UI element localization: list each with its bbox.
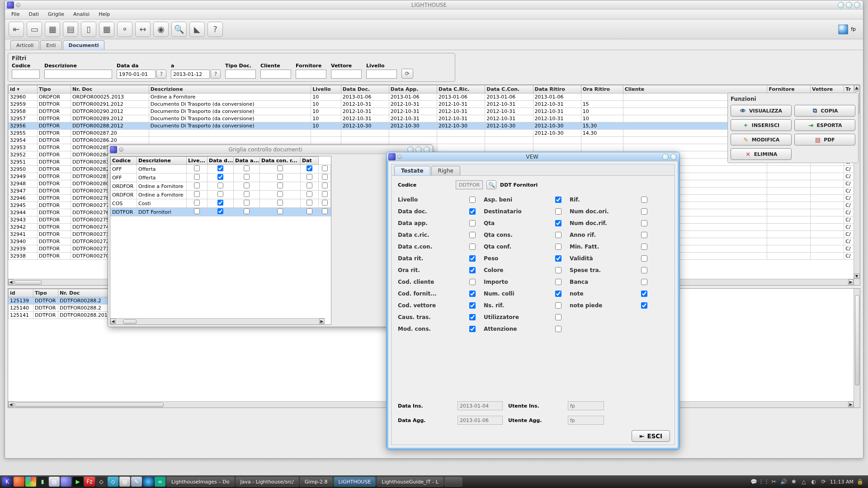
chrome-icon[interactable] [25,477,36,487]
grid-col-4[interactable]: Livello [311,85,341,94]
sub-scroll-right-icon[interactable]: ▶ [319,319,325,324]
table-row[interactable]: OFFOfferta [111,165,331,174]
minimize-button[interactable] [838,2,844,8]
checkbox[interactable] [194,191,200,197]
checkbox[interactable] [194,174,200,180]
checkbox[interactable] [322,191,328,197]
toolbar-table-icon[interactable]: ▦ [99,22,114,37]
detail-col-id[interactable]: id [9,289,33,297]
filter-codice-input[interactable] [12,70,40,79]
field-checkbox[interactable] [555,279,561,285]
kmenu-icon[interactable]: K [2,477,13,487]
checkbox[interactable] [322,183,328,188]
subdialog-grid[interactable]: CodiceDescrizioneLive...Data d...Data a.… [110,156,331,325]
field-checkbox[interactable] [641,197,647,203]
filter-fornitore-input[interactable] [296,70,326,79]
field-checkbox[interactable] [555,220,561,226]
filter-livello-input[interactable] [366,70,397,79]
detail-scroll-thumb-h[interactable] [14,403,164,407]
toolbar-calendar-icon[interactable]: ▤ [63,22,78,37]
grid-scroll-thumb-h[interactable] [14,280,42,285]
clock[interactable]: 11:13 AM [830,479,854,485]
fn-esporta[interactable]: ⇥ESPORTA [794,119,855,131]
fn-modifica[interactable]: ✎MODIFICA [731,134,792,145]
field-checkbox[interactable] [469,267,476,273]
app7-icon[interactable]: ▤ [119,477,130,487]
task-lighthouse[interactable]: LIGHTHOUSE [334,477,376,487]
modal-close-button[interactable] [670,154,677,160]
detail-scroll-left-icon[interactable]: ◀ [8,402,14,407]
filter-data-a-input[interactable] [171,70,210,79]
checkbox[interactable] [277,165,283,171]
checkbox[interactable] [194,200,200,206]
checkbox[interactable] [277,183,283,188]
grid-col-12[interactable]: Fornitore [767,85,811,94]
filezilla-icon[interactable]: Fz [84,477,95,487]
table-row[interactable]: ORDFOROrdine a Fornitore [111,182,331,191]
grid-col-9[interactable]: Data Ritiro [533,85,581,94]
checkbox[interactable] [244,191,250,197]
checkbox[interactable] [194,183,200,188]
checkbox[interactable] [194,165,200,171]
subdialog-scrollbar-h[interactable]: ◀ ▶ [110,318,325,324]
fn-elimina[interactable]: ✕ELIMINA [731,148,792,160]
table-row[interactable]: COSCosti [111,199,331,208]
detail-scroll-thumb-v[interactable] [855,295,859,385]
sub-col-2[interactable]: Live... [187,157,208,165]
checkbox[interactable] [244,200,250,206]
field-checkbox[interactable] [641,244,647,250]
checkbox[interactable] [244,165,250,171]
app8-icon[interactable]: ✎ [131,477,142,487]
menu-help[interactable]: Help [95,10,113,18]
tray-lock-icon[interactable]: 🔒 [856,478,863,485]
filter-tipo-doc-input[interactable] [225,70,256,79]
checkbox[interactable] [217,183,223,188]
clear-date-da-icon[interactable]: ? [156,70,166,79]
tab-righe[interactable]: Righe [431,166,460,175]
field-checkbox[interactable] [641,255,647,262]
grid-col-10[interactable]: Ora Ritiro [581,85,623,94]
user-chip[interactable]: fp [835,23,859,36]
field-checkbox[interactable] [469,232,476,238]
sub-col-0[interactable]: Codice [111,157,137,165]
app9-icon[interactable] [143,477,154,487]
sub-col-1[interactable]: Descrizione [137,157,187,165]
scroll-down-icon[interactable]: ▼ [854,273,859,279]
field-checkbox[interactable] [469,302,476,309]
grid-col-3[interactable]: Descrizione [149,85,311,94]
field-checkbox[interactable] [555,244,561,250]
maximize-button[interactable] [846,2,852,8]
tray-pwr-icon[interactable]: ◐ [810,478,817,485]
sub-scroll-left-icon[interactable]: ◀ [110,319,116,324]
task-guide[interactable]: LighthouseGuide_IT - L [377,477,443,487]
field-checkbox[interactable] [641,291,647,297]
terminal-icon[interactable]: ▮ [37,477,48,487]
checkbox[interactable] [277,200,283,206]
field-checkbox[interactable] [469,326,476,332]
menu-analisi[interactable]: Analisi [70,10,93,18]
grid-col-6[interactable]: Data App. [389,85,437,94]
checkbox[interactable] [244,174,250,180]
checkbox[interactable] [307,183,312,188]
field-checkbox[interactable] [555,232,561,238]
code-search-icon[interactable]: 🔍 [486,180,496,189]
sub-scroll-thumb-h[interactable] [123,319,137,324]
subdialog-titlebar[interactable]: Griglia controllo documenti [108,145,433,154]
grid-col-11[interactable]: Cliente [623,85,767,94]
toolbar-exit-icon[interactable]: ⇤ [9,22,24,37]
checkbox[interactable] [244,208,250,214]
sub-col-5[interactable]: Data con. r... [260,157,301,165]
modal-min-button[interactable] [662,154,669,160]
sub-col-6[interactable]: Dat [301,157,319,165]
tab-enti[interactable]: Enti [40,40,61,50]
tray-bt-icon[interactable]: ✱ [790,478,797,485]
filter-data-da-input[interactable] [117,70,156,79]
tab-documenti[interactable]: Documenti [63,40,105,50]
checkbox[interactable] [217,165,223,171]
filter-vettore-input[interactable] [331,70,362,79]
app10-icon[interactable]: ∞ [155,477,165,487]
scroll-right-icon[interactable]: ▶ [848,279,854,285]
close-button[interactable] [854,2,860,8]
field-checkbox[interactable] [641,302,647,309]
detail-col-tipo[interactable]: Tipo [33,289,58,297]
